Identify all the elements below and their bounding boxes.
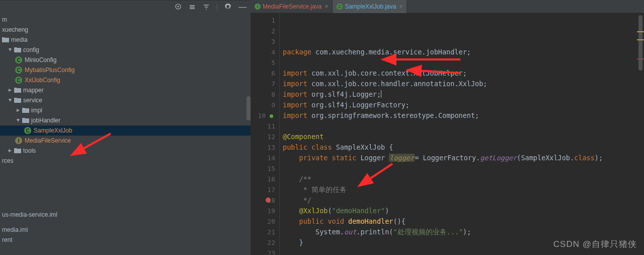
tree-folder-jobhandler[interactable]: jobHandler <box>0 115 251 125</box>
close-icon[interactable]: × <box>399 3 403 10</box>
tree-folder-mapper[interactable]: mapper <box>0 85 251 95</box>
tree-class-xxljobconfig[interactable]: CXxlJobConfig <box>0 75 251 85</box>
file-iml1[interactable]: us-media-service.iml <box>0 210 251 220</box>
project-toolbar: — <box>0 1 251 14</box>
project-panel: — m xuecheng media config CMinioConfig C… <box>0 0 251 255</box>
editor-scrollbar[interactable] <box>637 15 644 255</box>
tab-samplexxljob[interactable]: CSampleXxlJob.java× <box>333 0 407 13</box>
tree-folder-service[interactable]: service <box>0 95 251 105</box>
file-iml2[interactable]: media.iml <box>0 225 251 235</box>
watermark: CSDN @自律只猪侠 <box>553 238 637 250</box>
tree-class-samplexxljob[interactable]: CSampleXxlJob <box>0 125 251 136</box>
close-icon[interactable]: × <box>325 3 328 10</box>
tab-mediafileservice[interactable]: IMediaFileService.java× <box>251 0 333 13</box>
settings-icon[interactable] <box>224 3 231 12</box>
expand-all-icon[interactable] <box>189 3 196 12</box>
tree-truncated-root[interactable]: m <box>0 15 251 25</box>
tree-class-mybatis[interactable]: CMybatisPlusConfig <box>0 65 251 75</box>
hide-icon[interactable]: — <box>238 3 247 12</box>
tree-folder-config[interactable]: config <box>0 45 251 55</box>
tree-pkg-xuecheng[interactable]: xuecheng <box>0 25 251 35</box>
tree-scrollbar[interactable] <box>247 96 251 120</box>
tree-pkg-media[interactable]: media <box>0 35 251 45</box>
editor-panel: IMediaFileService.java× CSampleXxlJob.ja… <box>251 0 644 255</box>
tree-folder-impl[interactable]: impl <box>0 105 251 115</box>
code-content[interactable]: package com.xuecheng.media.service.jobHa… <box>280 13 644 255</box>
tree-class-minio[interactable]: CMinioConfig <box>0 55 251 65</box>
code-area[interactable]: 12345 6789 10 111213 1415161718 19202122… <box>251 13 644 255</box>
breakpoint[interactable] <box>266 198 271 203</box>
gutter[interactable]: 12345 6789 10 111213 1415161718 19202122… <box>251 13 280 255</box>
tree-folder-tools[interactable]: tools <box>0 146 251 156</box>
tree-truncated-rces[interactable]: rces <box>0 156 251 166</box>
collapse-all-icon[interactable] <box>203 3 210 12</box>
tree-class-mediafileservice[interactable]: IMediaFileService <box>0 136 251 146</box>
svg-point-1 <box>178 6 179 7</box>
editor-tabs: IMediaFileService.java× CSampleXxlJob.ja… <box>251 0 644 13</box>
select-opened-file-icon[interactable] <box>175 3 182 12</box>
tree-truncated-rent[interactable]: rent <box>0 235 251 245</box>
